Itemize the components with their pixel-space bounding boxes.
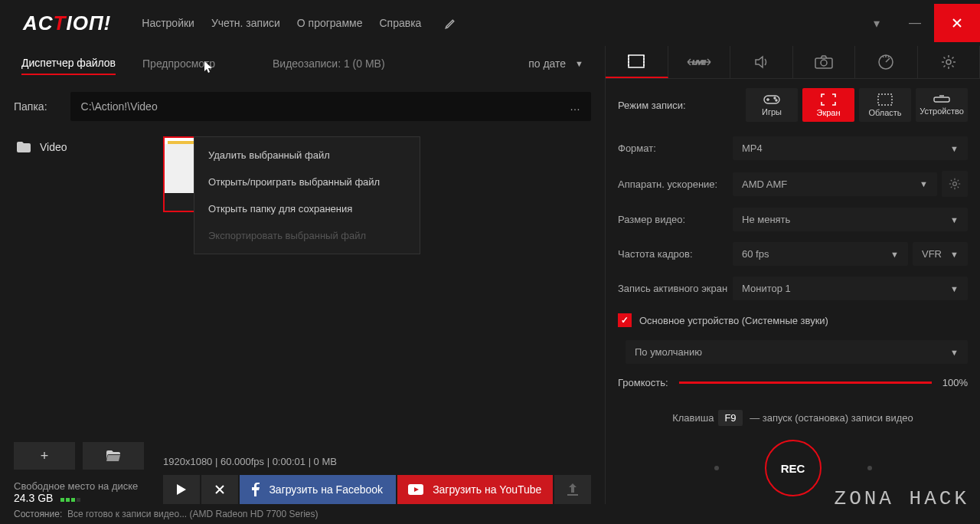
folder-path-input[interactable]: C:\Action!\Video …	[70, 92, 591, 121]
title-bar: ACTIOП! Настройки Учетн. записи О програ…	[0, 0, 980, 46]
menu-settings[interactable]: Настройки	[142, 17, 194, 29]
cursor-icon	[204, 61, 214, 74]
upload-button[interactable]	[554, 475, 591, 504]
hotkey-hint: КлавишаF9 — запуск (остановка) записи ви…	[606, 396, 980, 434]
tab-benchmark[interactable]	[855, 46, 918, 78]
main-menu: Настройки Учетн. записи О программе Спра…	[142, 17, 421, 29]
facebook-icon	[252, 483, 260, 496]
watermark: ZONA HACK	[835, 487, 969, 510]
device-icon	[933, 95, 950, 104]
disk-space-value: 24.3 GB	[14, 492, 53, 504]
app-logo: ACTIOП!	[23, 11, 111, 35]
svg-rect-10	[878, 94, 892, 105]
play-button[interactable]	[163, 475, 200, 504]
mode-games[interactable]: Игры	[746, 88, 798, 122]
svg-text:LIVE: LIVE	[692, 59, 706, 66]
disk-space-label: Свободное место на диске	[14, 480, 148, 492]
svg-rect-11	[934, 97, 949, 102]
gamepad-icon	[763, 94, 780, 105]
tray-button[interactable]: ▾	[858, 4, 896, 42]
ctx-open-folder[interactable]: Открыть папку для сохранения	[194, 195, 420, 222]
svg-point-6	[946, 60, 951, 64]
folder-icon	[17, 142, 31, 152]
disk-indicator	[60, 493, 82, 504]
nav-dot-left[interactable]	[714, 466, 719, 470]
minimize-button[interactable]: —	[896, 4, 934, 42]
close-button[interactable]	[934, 4, 980, 42]
vfr-select[interactable]: VFR▼	[913, 242, 968, 266]
ctx-open-play[interactable]: Открыть/проиграть выбранный файл	[194, 169, 420, 195]
status-bar: Состояние: Все готово к записи видео... …	[0, 504, 980, 524]
ctx-delete[interactable]: Удалить выбранный файл	[194, 142, 420, 169]
volume-label: Громкость:	[618, 377, 668, 388]
status-text: Все готово к записи видео... (AMD Radeon…	[67, 509, 318, 519]
size-select[interactable]: Не менять▼	[733, 208, 968, 231]
folder-sidebar: Video	[14, 136, 148, 442]
tab-live-stream[interactable]: LIVE	[668, 46, 731, 78]
record-mode-label: Режим записи:	[618, 100, 686, 111]
format-select[interactable]: MP4▼	[733, 136, 968, 160]
youtube-icon	[408, 484, 423, 495]
nav-dot-right[interactable]	[867, 466, 872, 470]
svg-point-4	[821, 60, 827, 66]
audio-device-select[interactable]: По умолчанию▼	[626, 340, 968, 364]
sidebar-item-video[interactable]: Video	[14, 136, 148, 158]
record-button[interactable]: REC	[765, 440, 822, 496]
add-folder-button[interactable]: +	[14, 442, 75, 470]
menu-about[interactable]: О программе	[297, 17, 363, 29]
hotkey-key: F9	[718, 410, 742, 426]
accel-settings-button[interactable]	[942, 171, 968, 197]
upload-youtube-button[interactable]: Загрузить на YouTube	[397, 475, 554, 504]
fps-label: Частота кадров:	[618, 248, 733, 260]
ctx-export: Экспортировать выбранный файл	[194, 222, 420, 249]
right-panel: LIVE Режим записи: Игры	[605, 46, 980, 504]
system-audio-label: Основное устройство (Системные звуки)	[639, 315, 828, 326]
svg-point-12	[953, 182, 957, 186]
delete-button[interactable]	[201, 475, 238, 504]
tab-settings[interactable]	[918, 46, 981, 78]
draw-icon[interactable]	[444, 16, 458, 30]
left-panel: Диспетчер файлов Предпросмотр Видеозапис…	[0, 46, 605, 504]
capture-mode-tabs: LIVE	[606, 46, 980, 79]
window-controls: ▾ —	[858, 4, 980, 42]
fullscreen-icon	[821, 93, 836, 106]
tab-screenshot[interactable]	[793, 46, 856, 78]
thumbnail-gallery: Action Удалить выбранный файл Открыть/пр…	[148, 136, 591, 442]
region-icon	[877, 93, 893, 106]
tab-audio-capture[interactable]	[730, 46, 793, 78]
accel-select[interactable]: AMD AMF▼	[733, 172, 937, 196]
accel-label: Аппаратн. ускорение:	[618, 178, 733, 190]
format-label: Формат:	[618, 142, 733, 154]
tab-file-manager[interactable]: Диспетчер файлов	[21, 52, 116, 75]
tab-video-capture[interactable]	[606, 46, 668, 78]
volume-value: 100%	[942, 377, 968, 388]
status-label: Состояние:	[14, 509, 62, 519]
mode-region[interactable]: Область	[859, 88, 911, 122]
open-folder-button[interactable]	[83, 442, 144, 470]
svg-point-8	[774, 97, 776, 99]
sort-dropdown[interactable]: по дате▼	[528, 57, 583, 70]
active-screen-label: Запись активного экран	[618, 283, 733, 294]
mode-screen[interactable]: Экран	[802, 88, 854, 122]
menu-help[interactable]: Справка	[379, 17, 421, 29]
size-label: Размер видео:	[618, 214, 733, 225]
video-metadata: 1920x1080 | 60.000fps | 0:00:01 | 0 MB	[163, 450, 591, 475]
mode-device[interactable]: Устройство	[916, 88, 968, 122]
context-menu: Удалить выбранный файл Открыть/проиграть…	[194, 136, 420, 254]
upload-facebook-button[interactable]: Загрузить на Facebook	[240, 475, 396, 504]
menu-accounts[interactable]: Учетн. записи	[211, 17, 280, 29]
more-icon[interactable]: …	[570, 100, 580, 113]
monitor-select[interactable]: Монитор 1▼	[733, 277, 968, 300]
recordings-count: Видеозаписи: 1 (0 MB)	[273, 53, 385, 74]
svg-rect-1	[629, 55, 644, 67]
volume-slider[interactable]	[679, 382, 932, 384]
content-tabs: Диспетчер файлов Предпросмотр Видеозапис…	[14, 46, 591, 81]
system-audio-checkbox[interactable]: ✓	[618, 313, 632, 327]
fps-select[interactable]: 60 fps▼	[733, 242, 908, 266]
svg-point-9	[776, 100, 777, 101]
folder-label: Папка:	[14, 100, 47, 113]
